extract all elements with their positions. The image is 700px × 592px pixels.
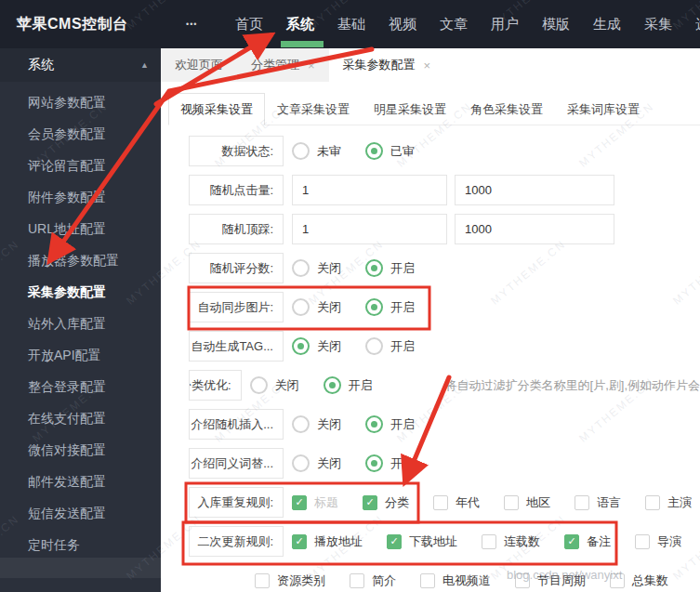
checkbox-icon[interactable]: [504, 495, 519, 510]
nav-item-video[interactable]: 视频: [389, 0, 416, 48]
checkbox-option[interactable]: 总集数: [610, 572, 668, 589]
checkbox-option[interactable]: ✓ 分类: [363, 494, 409, 511]
checkbox-icon[interactable]: ✓: [387, 534, 402, 549]
checkbox-icon[interactable]: [610, 573, 625, 588]
radio-option[interactable]: 关闭: [292, 337, 341, 355]
checkbox-icon[interactable]: [350, 573, 364, 588]
sidebar-item-member-config[interactable]: 会员参数配置: [0, 119, 161, 151]
checkbox-icon[interactable]: ✓: [292, 495, 307, 510]
sidebar-item-email-config[interactable]: 邮件发送配置: [0, 467, 161, 498]
checkbox-icon[interactable]: [255, 573, 270, 588]
checkbox-option[interactable]: 导演: [635, 533, 681, 550]
subtab-video-collect[interactable]: 视频采集设置: [168, 93, 265, 125]
checkbox-icon[interactable]: [645, 495, 660, 510]
radio-icon[interactable]: [365, 454, 383, 472]
radio-icon[interactable]: [324, 376, 341, 394]
nav-item-generate[interactable]: 生成: [593, 0, 621, 48]
nav-item-user[interactable]: 用户: [491, 0, 519, 48]
checkbox-option[interactable]: ✓ 标题: [292, 494, 338, 511]
checkbox-icon[interactable]: [482, 534, 496, 549]
sidebar-item-payment-config[interactable]: 在线支付配置: [0, 403, 161, 435]
radio-option[interactable]: 关闭: [292, 259, 341, 277]
checkbox-option[interactable]: 语言: [575, 494, 621, 511]
sidebar-item-cron-task[interactable]: 定时任务: [0, 530, 161, 561]
sidebar-item-attachment-config[interactable]: 附件参数配置: [0, 182, 161, 214]
checkbox-icon[interactable]: [575, 495, 589, 510]
radio-icon[interactable]: [365, 259, 383, 277]
tab-category-manage[interactable]: 分类管理 ×: [237, 48, 329, 82]
nav-item-collect[interactable]: 采集: [644, 0, 672, 48]
checkbox-icon[interactable]: ✓: [363, 495, 377, 510]
checkbox-option[interactable]: 连载数: [482, 533, 540, 550]
close-icon[interactable]: ×: [424, 59, 431, 72]
radio-option[interactable]: 开启: [324, 376, 373, 394]
tab-welcome[interactable]: 欢迎页面: [161, 48, 237, 82]
random-updown-min-input[interactable]: [292, 214, 447, 244]
radio-icon[interactable]: [292, 298, 310, 316]
collapse-icon[interactable]: ▲: [140, 60, 149, 70]
radio-icon[interactable]: [365, 337, 383, 355]
sidebar-item-offsite-config[interactable]: 站外入库配置: [0, 309, 161, 340]
radio-icon[interactable]: [292, 142, 310, 160]
sidebar-item-website-config[interactable]: 网站参数配置: [0, 87, 161, 119]
checkbox-icon[interactable]: [515, 573, 530, 588]
radio-icon[interactable]: [365, 415, 383, 433]
radio-icon[interactable]: [365, 298, 383, 316]
checkbox-icon[interactable]: [433, 495, 448, 510]
sidebar-item-sms-config[interactable]: 短信发送配置: [0, 498, 161, 530]
subtab-star-collect[interactable]: 明星采集设置: [362, 93, 458, 125]
radio-icon[interactable]: [292, 259, 310, 277]
checkbox-icon[interactable]: ✓: [292, 534, 307, 549]
sidebar-item-login-config[interactable]: 整合登录配置: [0, 372, 161, 403]
sidebar-item-openapi-config[interactable]: 开放API配置: [0, 340, 161, 372]
nav-item-basic[interactable]: 基础: [337, 0, 365, 48]
radio-option[interactable]: 开启: [365, 259, 415, 277]
radio-icon[interactable]: [365, 142, 383, 160]
radio-icon[interactable]: [292, 454, 310, 472]
checkbox-icon[interactable]: [635, 534, 650, 549]
subtab-article-collect[interactable]: 文章采集设置: [265, 93, 362, 125]
radio-option[interactable]: 未审: [292, 142, 341, 160]
checkbox-option[interactable]: 主演: [645, 494, 692, 511]
nav-item-partial[interactable]: 选: [695, 0, 700, 48]
sidebar-item-comment-config[interactable]: 评论留言配置: [0, 151, 161, 182]
radio-option[interactable]: 关闭: [292, 415, 341, 433]
checkbox-option[interactable]: 年代: [433, 494, 480, 511]
checkbox-option[interactable]: 资源类别: [255, 572, 325, 589]
nav-item-article[interactable]: 文章: [440, 0, 468, 48]
subtab-role-collect[interactable]: 角色采集设置: [458, 93, 555, 125]
sidebar-header[interactable]: 系统 ▲: [0, 48, 161, 82]
radio-option[interactable]: 关闭: [292, 454, 341, 472]
radio-icon[interactable]: [292, 415, 310, 433]
radio-icon[interactable]: [250, 376, 268, 394]
checkbox-option[interactable]: 地区: [504, 494, 550, 511]
sidebar-item-player-config[interactable]: 播放器参数配置: [0, 245, 161, 277]
checkbox-option[interactable]: ✓ 下载地址: [387, 533, 457, 550]
checkbox-icon[interactable]: [420, 573, 435, 588]
random-hits-min-input[interactable]: [292, 175, 447, 205]
nav-item-template[interactable]: 模版: [542, 0, 570, 48]
close-icon[interactable]: ×: [308, 59, 315, 72]
sidebar-item-wechat-config[interactable]: 微信对接配置: [0, 435, 161, 467]
radio-icon[interactable]: [292, 337, 310, 355]
radio-option[interactable]: 开启: [365, 415, 415, 433]
random-hits-max-input[interactable]: [455, 175, 614, 205]
checkbox-icon[interactable]: ✓: [564, 534, 579, 549]
checkbox-option[interactable]: 节目周期: [515, 572, 586, 589]
radio-option[interactable]: 关闭: [292, 298, 341, 316]
checkbox-option[interactable]: ✓ 播放地址: [292, 533, 363, 550]
radio-option[interactable]: 开启: [365, 454, 415, 472]
checkbox-option[interactable]: 简介: [350, 572, 396, 589]
checkbox-option[interactable]: ✓ 备注: [564, 533, 611, 550]
more-icon[interactable]: •••: [186, 0, 197, 48]
radio-option[interactable]: 开启: [365, 298, 415, 316]
tab-collect-config[interactable]: 采集参数配置 ×: [329, 48, 445, 82]
radio-option[interactable]: 开启: [365, 337, 415, 355]
radio-option[interactable]: 关闭: [250, 376, 299, 394]
radio-option[interactable]: 已审: [365, 142, 415, 160]
random-updown-max-input[interactable]: [455, 214, 614, 244]
nav-item-system[interactable]: 系统: [286, 0, 314, 48]
subtab-lexicon-collect[interactable]: 采集词库设置: [555, 93, 652, 125]
sidebar-item-collect-config[interactable]: 采集参数配置: [0, 277, 161, 309]
checkbox-option[interactable]: 电视频道: [420, 572, 491, 589]
